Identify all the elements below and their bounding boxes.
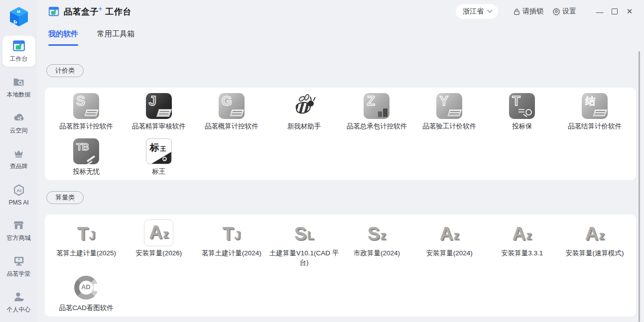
app-tile[interactable]: Az安装算量(2024)	[413, 219, 486, 267]
app-tile[interactable]: Az安装算量(速算模式)	[558, 219, 631, 267]
3d-letters-app-icon: TJ	[77, 220, 95, 246]
calc-icon	[447, 109, 463, 117]
sidebar-item-mall[interactable]: 官方商城	[2, 215, 35, 246]
svg-text:M: M	[17, 9, 20, 14]
app-label: 茗算土建计量(2024)	[202, 249, 261, 258]
workbench-icon	[12, 39, 25, 52]
storefront-icon	[12, 218, 25, 231]
close-button[interactable]: ✕	[622, 4, 637, 19]
3d-letters-app-icon: Az	[585, 220, 604, 246]
app-icon-wrap: Az	[144, 219, 173, 246]
sidebar-item-cloud-space[interactable]: 云空间	[2, 107, 35, 138]
sidebar-item-brand-check[interactable]: 查品牌	[2, 143, 35, 174]
app-tile[interactable]: S品茗胜算计控软件	[50, 93, 123, 131]
gear-icon	[552, 7, 560, 15]
app-tile[interactable]: J品茗精算审核软件	[123, 93, 195, 131]
app-icon-wrap: Z	[364, 93, 389, 119]
sidebar-nav: 工作台本地数据云空间查品牌AIPMS AI官方商城品茗学堂个人中心	[0, 36, 37, 322]
app-icon-wrap: 结	[582, 93, 608, 119]
app-icon-wrap: Az	[513, 219, 532, 246]
section-label-pricing: 计价类	[46, 64, 84, 77]
app-tile[interactable]: 新我材助手	[268, 93, 341, 131]
bee-app-icon	[292, 94, 316, 118]
app-icon-wrap: TJ	[77, 219, 95, 246]
app-tile-icon: G	[219, 93, 245, 119]
software-list: 计价类S品茗胜算计控软件J品茗精算审核软件G品茗概算计控软件新我材助手Z品茗总承…	[37, 46, 644, 322]
app-tile-icon: TB	[73, 138, 99, 164]
dart-icon	[162, 157, 167, 161]
app-tile[interactable]: Y品茗验工计价软件	[413, 93, 486, 131]
icon-letter: TB	[76, 141, 89, 153]
app-icon-wrap: Az	[440, 219, 459, 246]
sidebar-item-workbench[interactable]: 工作台	[2, 36, 35, 67]
buildings-icon	[377, 107, 387, 117]
sidebar-item-profile[interactable]: 个人中心	[2, 287, 35, 318]
user-heart-icon	[12, 290, 25, 303]
app-tile[interactable]: Az安装算量(2026)	[123, 219, 195, 267]
app-icon-wrap: AD	[74, 274, 99, 301]
app-label: 投标无忧	[73, 167, 100, 176]
app-icon-wrap: T	[509, 93, 535, 119]
app-label: 品茗概算计控软件	[205, 122, 258, 131]
lock-icon	[513, 8, 520, 15]
sidebar-item-pms-ai[interactable]: AIPMS AI	[2, 179, 35, 210]
app-icon-wrap: TJ	[222, 219, 240, 246]
tab-toolbox[interactable]: 常用工具箱	[97, 29, 134, 40]
calc-icon	[592, 109, 608, 117]
app-tile[interactable]: Z品茗总承包计控软件	[341, 93, 413, 131]
chevron-down-icon	[487, 7, 493, 12]
app-window-icon	[48, 6, 59, 17]
app-icon-wrap: 标王	[146, 138, 172, 165]
app-label: 品茗结算计价软件	[568, 122, 622, 131]
app-tile[interactable]: 标王标王	[123, 138, 195, 176]
app-tile[interactable]: 结品茗结算计价软件	[558, 93, 631, 131]
app-tile[interactable]: Az安装算量3.3.1	[486, 219, 558, 267]
app-tile[interactable]: AD品茗CAD看图软件	[50, 274, 123, 313]
icon-letter: J	[149, 94, 156, 109]
app-label: 品茗验工计价软件	[422, 122, 476, 131]
app-tile[interactable]: T投标保	[486, 93, 558, 131]
app-icon-wrap: S	[73, 93, 99, 119]
insert-lock-button[interactable]: 请插锁	[513, 7, 543, 16]
page-title: 品茗盒子+工作台	[64, 5, 131, 17]
app-card-pricing: S品茗胜算计控软件J品茗精算审核软件G品茗概算计控软件新我材助手Z品茗总承包计控…	[45, 88, 636, 180]
app-label: 安装算量(2026)	[135, 249, 182, 258]
app-card-quantity: TJ茗算土建计量(2025)Az安装算量(2026)TJ茗算土建计量(2024)…	[45, 215, 636, 317]
icon-letter: T	[512, 94, 520, 109]
sidebar-item-local-data[interactable]: 本地数据	[2, 72, 35, 103]
app-label: 标王	[152, 167, 165, 176]
tab-my-software[interactable]: 我的软件	[48, 29, 78, 40]
3d-letters-app-icon: Sz	[368, 220, 386, 246]
app-tile[interactable]: TB投标无忧	[50, 138, 123, 176]
minimize-button[interactable]: —	[592, 4, 607, 19]
app-icon-wrap: Az	[585, 219, 604, 246]
app-label: 土建算量V10.1(CAD 平台)	[269, 249, 339, 267]
vertical-scrollbar[interactable]	[639, 51, 640, 322]
app-tile-icon: Z	[364, 93, 389, 119]
app-icon-wrap: TB	[73, 138, 99, 165]
icon-letter: Y	[439, 94, 448, 109]
app-tile[interactable]: G品茗概算计控软件	[195, 93, 268, 131]
svg-text:AI: AI	[16, 187, 21, 193]
crown-icon	[12, 147, 25, 160]
app-icon-wrap: Y	[436, 93, 462, 119]
main-area: 品茗盒子+工作台 浙江省 请插锁 设置	[37, 0, 644, 322]
settings-button[interactable]: 设置	[552, 7, 576, 16]
maximize-button[interactable]	[607, 4, 622, 19]
icon-letter: Z	[367, 94, 375, 109]
app-tile[interactable]: TJ茗算土建计量(2024)	[195, 219, 268, 267]
svg-text:P: P	[13, 18, 17, 26]
app-tile[interactable]: TJ茗算土建计量(2025)	[50, 219, 123, 267]
icon-letter: G	[222, 94, 232, 109]
section-label-quantity: 算量类	[46, 191, 84, 204]
icon-letter: S	[76, 94, 85, 109]
app-tile[interactable]: Sz市政算量(2024)	[341, 219, 413, 267]
gavel-icon	[87, 155, 96, 162]
app-icon-wrap: J	[146, 93, 172, 119]
sidebar-item-school[interactable]: 品茗学堂	[2, 251, 35, 282]
pms-cube-logo: P S M	[7, 5, 31, 29]
sidebar-item-label: 查品牌	[10, 162, 28, 171]
3d-letters-app-icon: TJ	[222, 220, 240, 246]
app-tile[interactable]: SL土建算量V10.1(CAD 平台)	[268, 219, 341, 267]
region-selector[interactable]: 浙江省	[456, 4, 498, 19]
